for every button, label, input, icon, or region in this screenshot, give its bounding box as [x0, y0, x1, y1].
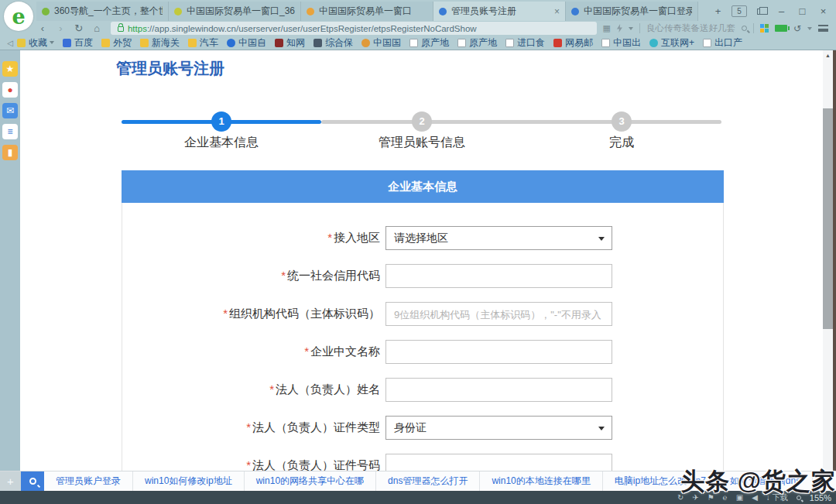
apps-grid-icon[interactable]	[760, 24, 769, 33]
tab-1[interactable]: 360导航_一个主页，整个世	[36, 2, 169, 21]
bookmark-item[interactable]: 互联网+	[649, 36, 694, 50]
bookmark-item[interactable]: 知网	[275, 36, 305, 50]
text-input[interactable]	[394, 308, 604, 321]
required-asterisk: *	[304, 345, 309, 358]
text-input[interactable]	[394, 384, 604, 396]
suggest-link[interactable]: win10的本地连接在哪里	[480, 471, 602, 491]
bookmark-doc-icon	[505, 39, 514, 47]
restore-dropdown-icon[interactable]	[807, 27, 812, 30]
select-region[interactable]: 请选择地区	[385, 226, 612, 250]
bookmark-label: 汽车	[200, 36, 218, 50]
tab-5[interactable]: 中国国际贸易单一窗口登录	[566, 2, 698, 21]
bookmark-item[interactable]: 汽车	[188, 36, 218, 50]
bookmark-label: 出口产	[714, 36, 742, 50]
tab-favicon-icon	[571, 8, 579, 15]
select-value: 身份证	[394, 421, 427, 435]
bookmark-label: 互联网+	[661, 36, 694, 50]
bookmark-label: 新海关	[152, 36, 180, 50]
bookmark-item[interactable]: 中国国	[361, 36, 401, 50]
restore-session-icon[interactable]: ↺	[793, 23, 801, 34]
refresh-button[interactable]: ↻	[70, 22, 87, 34]
bookmarks-list: 收藏百度外贸新海关汽车中国自知网综合保中国国原产地原产地进口食网易邮中国出互联网…	[17, 36, 751, 50]
tab-2[interactable]: 中国国际贸易单一窗口_360	[169, 2, 301, 21]
window-controls: + 5 – □ ×	[708, 2, 834, 21]
notes-icon[interactable]: ≡	[2, 124, 18, 139]
bookmark-item[interactable]: 收藏	[17, 36, 54, 50]
bookmark-square-icon	[314, 39, 322, 47]
step-circle-3: 3	[612, 111, 632, 132]
suggest-search-icon[interactable]	[21, 471, 44, 491]
home-button[interactable]: ⌂	[88, 22, 106, 34]
tab-stack-icon[interactable]	[757, 9, 764, 15]
favorites-star-icon[interactable]: ★	[2, 61, 18, 77]
select-cert-type[interactable]: 身份证	[385, 416, 612, 440]
ssl-lock-icon	[118, 26, 124, 32]
text-input[interactable]	[394, 270, 604, 283]
bookmark-square-icon	[17, 39, 26, 47]
bookmark-label: 外贸	[113, 36, 132, 50]
speed-bolt-icon[interactable]	[617, 24, 622, 33]
address-bar[interactable]: https://app.singlewindow.cn/userserver/u…	[111, 22, 597, 35]
bookmark-item[interactable]: 网易邮	[553, 36, 593, 50]
field-label: *法人（负责人）证件类型	[122, 420, 385, 435]
forward-button[interactable]: ›	[52, 22, 70, 34]
close-button[interactable]: ×	[813, 2, 834, 21]
tab-3[interactable]: 中国国际贸易单一窗口	[301, 2, 433, 21]
field-label: *组织机构代码（主体标识码）	[122, 307, 385, 321]
bookmark-item[interactable]: 综合保	[314, 36, 353, 50]
bookmarks-bar: ◁ 收藏百度外贸新海关汽车中国自知网综合保中国国原产地原产地进口食网易邮中国出互…	[0, 36, 836, 50]
bookmark-item[interactable]: 中国出	[601, 36, 641, 50]
required-asterisk: *	[223, 307, 228, 320]
search-icon[interactable]	[742, 26, 747, 31]
bookmark-item[interactable]: 原产地	[409, 36, 449, 50]
tab-count-badge[interactable]: 5	[732, 5, 747, 17]
suggest-link[interactable]: win10的网络共享中心在哪	[245, 471, 376, 491]
mail-icon[interactable]: ✉	[2, 103, 18, 118]
tab-4[interactable]: 管理员账号注册×	[433, 2, 566, 21]
bookmark-label: 综合保	[325, 36, 353, 50]
page-scrollbar[interactable]: ▲	[823, 50, 833, 471]
maximize-button[interactable]: □	[792, 2, 813, 21]
menu-icon[interactable]	[818, 25, 828, 32]
field-label: *法人（负责人）姓名	[122, 382, 385, 397]
tab-title: 中国国际贸易单一窗口	[319, 5, 427, 18]
scrollbar-thumb[interactable]	[823, 108, 833, 329]
toolbar-search-input[interactable]: 良心传奇装备送好几套	[646, 22, 735, 34]
screenshot-camera-icon[interactable]: ●	[2, 82, 18, 98]
bookmark-item[interactable]: 原产地	[457, 36, 497, 50]
bookmark-doc-icon	[409, 39, 418, 47]
bookmark-item[interactable]: 新海关	[140, 36, 180, 50]
form-row: *法人（负责人）证件类型身份证	[122, 416, 724, 440]
back-button[interactable]: ‹	[33, 22, 51, 34]
step-circle-1: 1	[211, 111, 231, 132]
bookmark-item[interactable]: 进口食	[505, 36, 545, 50]
bookmark-label: 百度	[74, 36, 93, 50]
new-tab-button[interactable]: +	[708, 2, 728, 21]
form-rows: *接入地区请选择地区*统一社会信用代码*组织机构代码（主体标识码）*企业中文名称…	[122, 226, 724, 478]
tab-close-icon[interactable]: ×	[554, 6, 560, 17]
bookmark-item[interactable]: 出口产	[703, 36, 742, 50]
scroll-up-icon[interactable]: ▲	[823, 50, 833, 61]
suggest-add-button[interactable]: +	[0, 471, 21, 491]
extensions-grid-icon[interactable]: ▦	[603, 23, 611, 33]
step-label-3: 完成	[544, 135, 699, 151]
bookmark-circle-icon	[227, 39, 235, 47]
collapse-sidebar-icon[interactable]: ◁	[3, 39, 17, 47]
notebook-icon[interactable]: ▮	[2, 145, 18, 160]
bookmark-doc-icon	[601, 39, 610, 47]
bookmark-item[interactable]: 外贸	[101, 36, 132, 50]
battery-saver-icon[interactable]	[775, 25, 787, 32]
suggest-link[interactable]: win10如何修改ip地址	[133, 471, 245, 491]
bookmark-item[interactable]: 百度	[63, 36, 93, 50]
suggest-link[interactable]: 管理员账户登录	[44, 471, 133, 491]
browser-logo-icon[interactable]: e	[4, 2, 33, 31]
minimize-button[interactable]: –	[771, 2, 792, 21]
window-edge	[833, 50, 836, 491]
bolt-dropdown-icon[interactable]	[629, 27, 633, 30]
required-asterisk: *	[281, 269, 286, 282]
suggest-link[interactable]: dns管理器怎么打开	[376, 471, 480, 491]
bookmark-square-icon	[553, 39, 562, 47]
bookmark-item[interactable]: 中国自	[227, 36, 266, 50]
text-input[interactable]	[394, 346, 604, 358]
bookmark-circle-icon	[361, 39, 370, 47]
